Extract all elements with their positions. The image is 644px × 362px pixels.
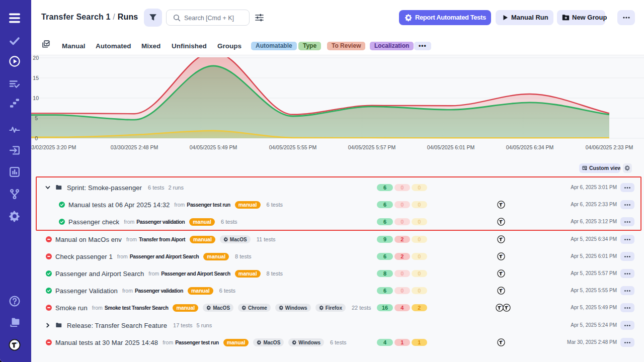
svg-text:15: 15 [33, 75, 39, 81]
svg-text:04/05/2025 5:57 PM: 04/05/2025 5:57 PM [348, 144, 396, 150]
svg-text:0: 0 [35, 135, 38, 141]
svg-text:04/05/2025 5:55 PM: 04/05/2025 5:55 PM [269, 144, 317, 150]
svg-text:04/05/2025 6:34 PM: 04/05/2025 6:34 PM [506, 144, 554, 150]
svg-text:03/02/2025 3:20 PM: 03/02/2025 3:20 PM [31, 144, 76, 150]
svg-text:04/05/2025 6:01 PM: 04/05/2025 6:01 PM [427, 144, 475, 150]
svg-text:04/06/2025 2:33 PM: 04/06/2025 2:33 PM [586, 144, 633, 150]
svg-text:5: 5 [35, 115, 38, 121]
svg-text:03/30/2025 2:48 PM: 03/30/2025 2:48 PM [111, 144, 158, 150]
svg-text:04/05/2025 5:49 PM: 04/05/2025 5:49 PM [190, 144, 237, 150]
svg-text:20: 20 [33, 55, 39, 61]
svg-text:10: 10 [33, 95, 39, 101]
